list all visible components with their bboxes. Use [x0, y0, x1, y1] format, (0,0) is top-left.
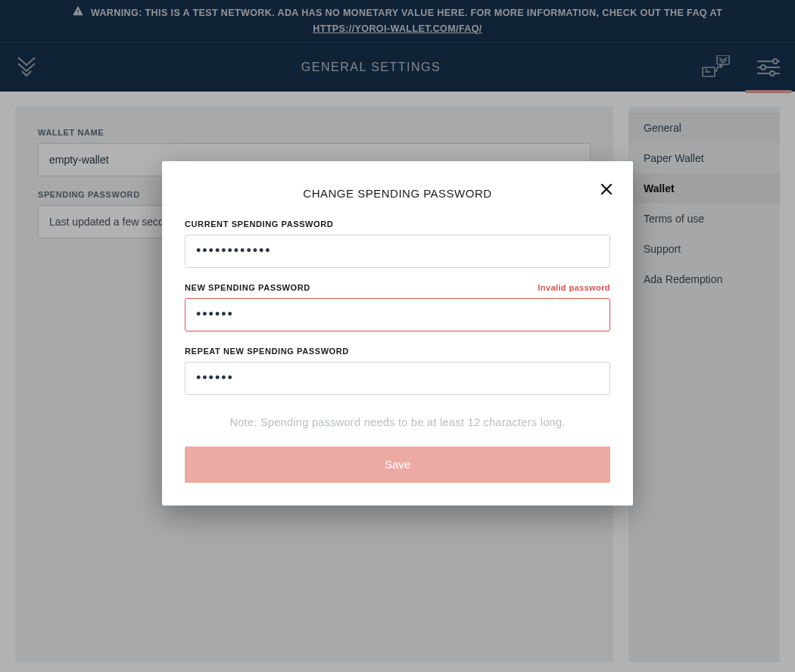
current-password-input[interactable]	[185, 235, 610, 268]
current-password-label: CURRENT SPENDING PASSWORD	[185, 219, 333, 229]
new-password-input[interactable]	[185, 298, 610, 331]
change-password-modal: CHANGE SPENDING PASSWORD CURRENT SPENDIN…	[162, 161, 633, 506]
repeat-password-input[interactable]	[185, 362, 610, 395]
modal-note: Note: Spending password needs to be at l…	[185, 416, 610, 428]
new-password-label: NEW SPENDING PASSWORD	[185, 283, 310, 292]
modal-close-button[interactable]	[600, 182, 613, 199]
repeat-password-label: REPEAT NEW SPENDING PASSWORD	[185, 347, 349, 356]
save-button[interactable]: Save	[185, 446, 610, 483]
modal-overlay[interactable]: CHANGE SPENDING PASSWORD CURRENT SPENDIN…	[0, 0, 795, 672]
new-password-error: Invalid password	[538, 283, 610, 292]
modal-title: CHANGE SPENDING PASSWORD	[185, 187, 610, 200]
